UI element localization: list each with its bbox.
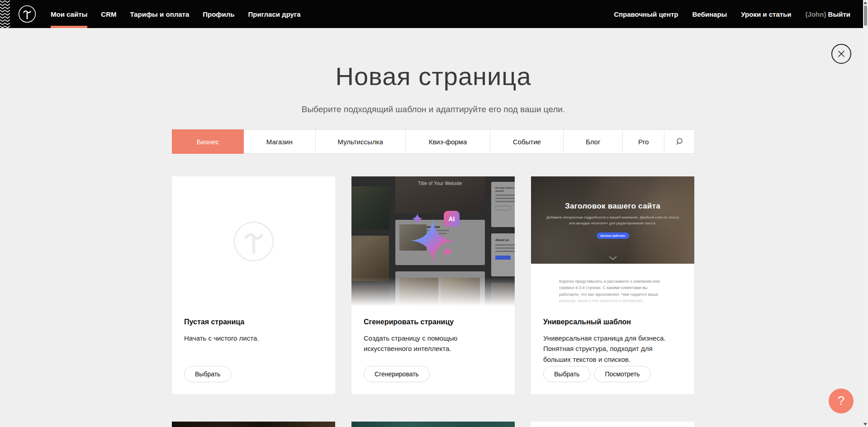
collage-hero-title: Title of Your Website <box>395 181 485 186</box>
user-name: (John) <box>806 10 826 18</box>
collage-photo-tile <box>351 236 389 281</box>
nav-item-profile[interactable]: Профиль <box>203 0 234 28</box>
nav-item-label: Профиль <box>203 10 234 18</box>
ai-sparkle-icon-small <box>412 213 423 225</box>
choose-universal-button[interactable]: Выбрать <box>543 366 590 382</box>
scrollbar-up-arrow[interactable] <box>863 1 867 4</box>
template-card-peek[interactable] <box>351 422 515 427</box>
template-hero-heading: Заголовок вашего сайта <box>531 176 694 211</box>
scrollbar-down-arrow[interactable] <box>863 423 867 426</box>
template-cta-button: Целевое действие <box>597 232 629 239</box>
page-subtitle: Выберите подходящий шаблон и адаптируйте… <box>172 104 695 114</box>
logout-link[interactable]: (John) Выйти <box>806 10 850 18</box>
nav-item-lessons[interactable]: Уроки и статьи <box>741 10 791 18</box>
ai-sparkle-icon-small <box>441 245 454 258</box>
template-cards-row: Пустая страница Начать с чистого листа. … <box>172 176 695 394</box>
page-scrollbar[interactable] <box>863 0 868 427</box>
template-category-tabs: Бизнес Магазин Мультиссылка Квиз-форма С… <box>172 129 695 154</box>
tab-search[interactable] <box>664 130 694 153</box>
blank-page-preview <box>172 176 335 306</box>
template-card-peek[interactable] <box>172 422 335 427</box>
nav-item-pricing[interactable]: Тарифы и оплата <box>130 0 189 28</box>
collage-fade-overlay <box>351 277 515 306</box>
nav-item-label: CRM <box>101 10 116 18</box>
nav-item-my-sites[interactable]: Мои сайты <box>51 0 87 28</box>
card-description: Универсальная страница для бизнеса. Поня… <box>531 326 694 365</box>
nav-item-help-center[interactable]: Справочный центр <box>614 10 678 18</box>
universal-template-preview: Заголовок вашего сайта Добавьте интересн… <box>531 176 694 306</box>
tab-blog[interactable]: Блог <box>564 130 623 153</box>
tab-multilink[interactable]: Мультиссылка <box>316 130 406 153</box>
template-card-peek[interactable] <box>531 422 694 427</box>
nav-item-label: Мои сайты <box>51 10 87 18</box>
nav-item-invite-friend[interactable]: Пригласи друга <box>248 0 300 28</box>
template-card-universal[interactable]: Заголовок вашего сайта Добавьте интересн… <box>531 176 694 394</box>
preview-universal-button[interactable]: Посмотреть <box>594 366 650 382</box>
magnifier-icon <box>675 138 683 146</box>
collage-mockup-tile: About us <box>491 233 515 276</box>
nav-item-label: Тарифы и оплата <box>130 10 189 18</box>
tab-quiz-form[interactable]: Квиз-форма <box>406 130 491 153</box>
nav-item-webinars[interactable]: Вебинары <box>693 10 727 18</box>
navbar-main-menu: Мои сайты CRM Тарифы и оплата Профиль Пр… <box>51 0 314 28</box>
logout-label: Выйти <box>828 10 850 18</box>
template-cards-row-2 <box>172 422 695 427</box>
page-title: Новая страница <box>172 62 695 91</box>
card-title: Универсальный шаблон <box>531 306 694 326</box>
template-hero-section: Заголовок вашего сайта Добавьте интересн… <box>531 176 694 264</box>
ai-collage-preview: Title of Your Website Ge <box>351 176 515 306</box>
choose-blank-button[interactable]: Выбрать <box>184 366 231 382</box>
template-fade-overlay <box>531 294 694 306</box>
card-description: Создать страницу с помощью искусственног… <box>351 326 515 354</box>
collage-hero-tile: Title of Your Website <box>395 176 485 214</box>
template-card-blank-page[interactable]: Пустая страница Начать с чистого листа. … <box>172 176 335 394</box>
ai-badge: AI <box>444 211 460 227</box>
template-hero-subheading: Добавьте интересные подробности о вашей … <box>545 215 679 227</box>
nav-item-crm[interactable]: CRM <box>101 0 116 28</box>
collage-tile-heading: About us <box>495 238 515 242</box>
tilda-watermark-icon <box>233 221 275 262</box>
chevron-down-icon <box>609 256 617 260</box>
tab-pro[interactable]: Pro <box>623 130 664 153</box>
tab-business[interactable]: Бизнес <box>172 129 244 154</box>
zigzag-pattern-decoration <box>0 0 10 28</box>
close-icon <box>837 49 846 58</box>
scrollbar-thumb[interactable] <box>864 5 867 26</box>
nav-item-label: Пригласи друга <box>248 10 300 18</box>
top-navbar: Мои сайты CRM Тарифы и оплата Профиль Пр… <box>0 0 863 28</box>
card-title: Пустая страница <box>172 306 335 326</box>
tilda-logo[interactable] <box>18 0 36 28</box>
close-button[interactable] <box>831 44 851 64</box>
navbar-secondary-menu: Справочный центр Вебинары Уроки и статьи… <box>614 0 850 28</box>
tab-event[interactable]: Событие <box>490 130 564 153</box>
template-card-ai-generate[interactable]: Title of Your Website Ge <box>351 176 515 394</box>
card-title: Сгенерировать страницу <box>351 306 515 326</box>
main-content: Новая страница Выберите подходящий шабло… <box>172 28 695 427</box>
collage-photo-tile <box>351 186 389 229</box>
generate-ai-button[interactable]: Сгенерировать <box>364 366 430 382</box>
collage-tile-heading: Get your house in order with our smart c… <box>495 186 515 193</box>
collage-mockup-tile: Get your house in order with our smart c… <box>491 182 515 227</box>
help-button[interactable]: ? <box>829 389 854 413</box>
tab-store[interactable]: Магазин <box>244 130 316 153</box>
card-description: Начать с чистого листа. <box>172 326 335 343</box>
